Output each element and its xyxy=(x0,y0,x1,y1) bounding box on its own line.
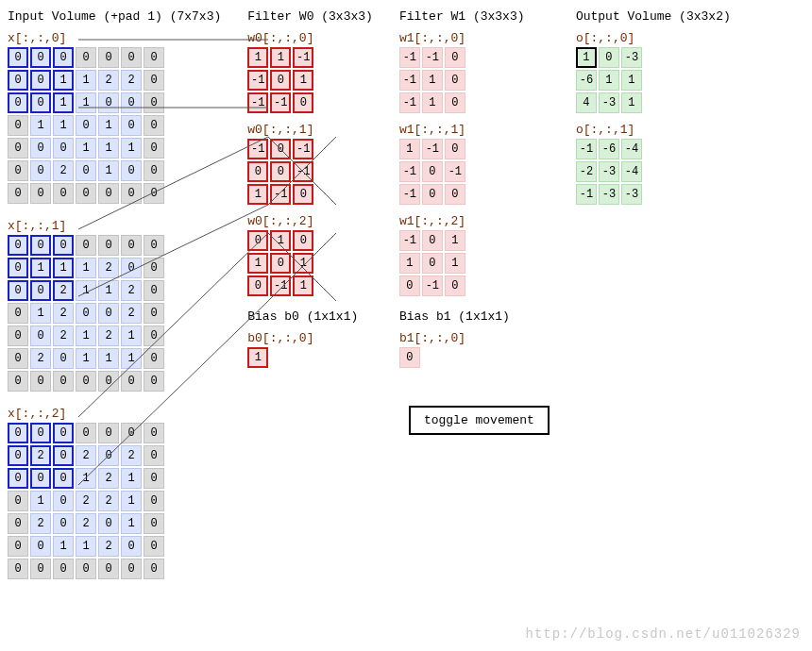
cell: -1 xyxy=(247,92,268,113)
cell: 0 xyxy=(445,47,465,68)
cell: -1 xyxy=(293,161,313,182)
cell: 0 xyxy=(8,92,28,113)
cell: 0 xyxy=(8,235,28,256)
output-title: Output Volume (3x3x2) xyxy=(576,9,731,24)
cell: 0 xyxy=(144,536,164,557)
cell: 1 xyxy=(30,303,51,324)
input-column: Input Volume (+pad 1) (7x7x3) x[:,:,0]00… xyxy=(8,9,221,579)
slice-label: w1[:,:,2] xyxy=(399,214,550,228)
cell: -1 xyxy=(399,184,420,205)
cell: 0 xyxy=(144,371,164,392)
cell: -1 xyxy=(576,139,597,159)
cell: -3 xyxy=(599,92,619,113)
cell: -1 xyxy=(247,139,268,159)
cell: 1 xyxy=(76,138,96,159)
grid: 0101010-11 xyxy=(247,230,373,296)
cell: 2 xyxy=(98,258,119,278)
slice-label: w0[:,:,0] xyxy=(247,31,373,45)
cell: 0 xyxy=(8,445,28,466)
cell: 0 xyxy=(144,513,164,534)
cell: 0 xyxy=(76,235,96,256)
cell: -1 xyxy=(247,70,268,91)
cell: -3 xyxy=(621,184,642,205)
cell: 0 xyxy=(8,423,28,443)
cell: 2 xyxy=(30,513,51,534)
grid: 1-10-10-1-100 xyxy=(399,139,550,205)
cell: 0 xyxy=(8,348,28,369)
cell: 0 xyxy=(399,275,420,296)
cell: 0 xyxy=(270,139,291,159)
cell: 0 xyxy=(30,160,51,181)
cell: 1 xyxy=(621,70,642,91)
cell: 0 xyxy=(30,47,51,68)
cell: 1 xyxy=(293,275,313,296)
cell: 0 xyxy=(121,92,142,113)
cell: 1 xyxy=(30,258,51,278)
cell: 1 xyxy=(270,230,291,251)
cell: 0 xyxy=(144,423,164,443)
cell: 1 xyxy=(76,468,96,489)
cell: 0 xyxy=(30,235,51,256)
input-title: Input Volume (+pad 1) (7x7x3) xyxy=(8,9,221,24)
cell: 0 xyxy=(270,161,291,182)
bias-b0-label: b0[:,:,0] xyxy=(247,331,373,345)
cell: 0 xyxy=(445,275,465,296)
cell: 0 xyxy=(8,371,28,392)
cell: -3 xyxy=(621,47,642,68)
cell: 1 xyxy=(399,139,420,159)
cell: 0 xyxy=(30,280,51,301)
cell: 0 xyxy=(121,258,142,278)
cell: 0 xyxy=(121,536,142,557)
cell: 0 xyxy=(76,183,96,204)
cell: 1 xyxy=(121,348,142,369)
cell: -6 xyxy=(599,139,619,159)
cell: 2 xyxy=(98,491,119,511)
cell: 0 xyxy=(270,253,291,274)
cell: 0 xyxy=(445,70,465,91)
cell: 0 xyxy=(53,371,74,392)
cell: 2 xyxy=(121,280,142,301)
cell: -1 xyxy=(270,92,291,113)
cell: 2 xyxy=(30,445,51,466)
toggle-movement-button[interactable]: toggle movement xyxy=(409,406,550,435)
cell: 0 xyxy=(144,138,164,159)
cell: -3 xyxy=(599,184,619,205)
cell: 1 xyxy=(30,491,51,511)
output-column: Output Volume (3x3x2) o[:,:,0]10-3-6114-… xyxy=(576,9,731,205)
cell: 0 xyxy=(422,230,443,251)
cell: 1 xyxy=(53,536,74,557)
cell: 0 xyxy=(8,160,28,181)
cell: 0 xyxy=(121,160,142,181)
cell: 0 xyxy=(144,559,164,579)
cell: 0 xyxy=(8,138,28,159)
cell: 1 xyxy=(76,326,96,346)
cell: 0 xyxy=(53,423,74,443)
cell: -1 xyxy=(293,139,313,159)
cell: 0 xyxy=(144,258,164,278)
cell: 2 xyxy=(53,326,74,346)
cell: 0 xyxy=(121,47,142,68)
slice-label: w0[:,:,2] xyxy=(247,214,373,228)
cell: 0 xyxy=(76,160,96,181)
cell: 0 xyxy=(121,371,142,392)
cell: 1 xyxy=(599,70,619,91)
filter-w1-column: Filter W1 (3x3x3) w1[:,:,0]-1-10-110-110… xyxy=(399,9,550,435)
bias-b1-grid: 0 xyxy=(399,347,550,368)
cell: 0 xyxy=(53,513,74,534)
cell: 0 xyxy=(144,491,164,511)
cell: 0 xyxy=(293,92,313,113)
cell: 0 xyxy=(76,47,96,68)
cell: 2 xyxy=(121,70,142,91)
cell: -1 xyxy=(399,47,420,68)
cell: 0 xyxy=(30,70,51,91)
cell: 1 xyxy=(121,468,142,489)
cell: 1 xyxy=(422,92,443,113)
bias-b1-cell: 0 xyxy=(399,347,420,368)
cell: 0 xyxy=(8,326,28,346)
cell: -1 xyxy=(576,184,597,205)
cell: 1 xyxy=(76,536,96,557)
cell: -1 xyxy=(270,275,291,296)
cell: 0 xyxy=(8,559,28,579)
cell: 0 xyxy=(53,445,74,466)
cell: 1 xyxy=(247,253,268,274)
